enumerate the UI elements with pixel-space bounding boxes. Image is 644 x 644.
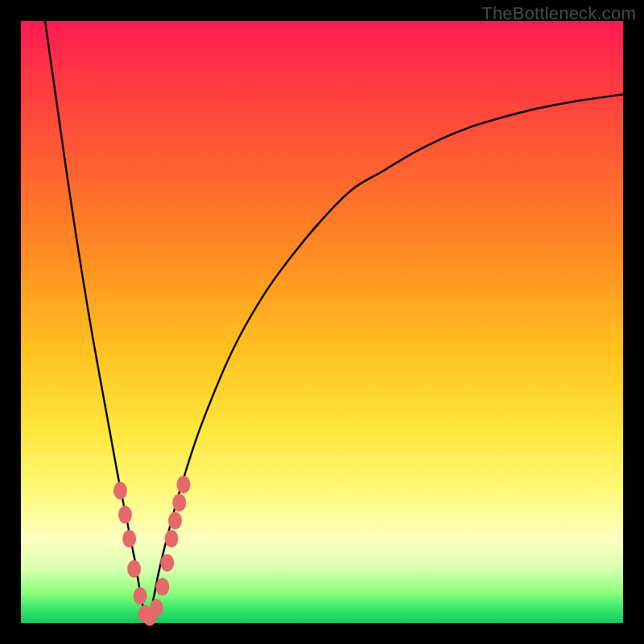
marker-point [118,506,132,523]
marker-point [168,512,182,530]
marker-point [127,560,141,578]
curve-right-branch [147,94,623,623]
marker-point [150,599,163,617]
marker-point [134,587,147,605]
marker-point [155,578,169,596]
marker-point [160,554,174,572]
marker-point [172,493,186,511]
watermark-text: TheBottleneck.com [481,3,636,24]
marker-point [176,476,190,493]
chart-svg [21,21,623,623]
marker-point [165,530,179,547]
plot-area [21,21,623,623]
marker-point [122,530,136,547]
chart-frame: TheBottleneck.com [0,0,644,644]
marker-point [114,481,127,499]
